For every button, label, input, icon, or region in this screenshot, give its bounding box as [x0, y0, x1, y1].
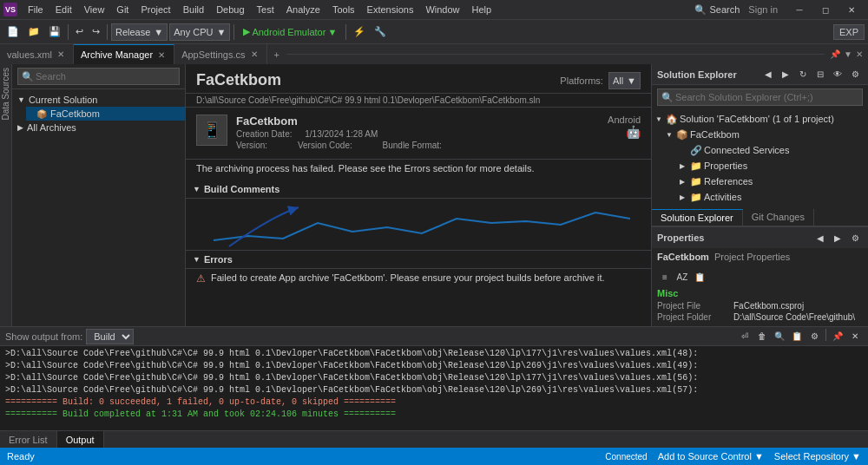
sol-properties[interactable]: ▶ 📁 Properties: [652, 158, 868, 174]
tab-close-appsettings[interactable]: ✕: [249, 49, 260, 59]
sol-collapse-btn[interactable]: ⊟: [812, 67, 828, 82]
menu-project[interactable]: Project: [135, 3, 175, 16]
error-icon: ⚠: [196, 272, 206, 285]
bottom-tab-output[interactable]: Output: [57, 431, 104, 448]
creation-label: Creation Date:: [236, 129, 292, 139]
solution-search[interactable]: 🔍: [657, 88, 863, 106]
sol-project[interactable]: ▼ 📦 FaCetkbom: [652, 127, 868, 142]
cpu-dropdown[interactable]: Any CPU ▼: [169, 23, 230, 41]
menu-edit[interactable]: Edit: [50, 3, 77, 16]
props-key-file: Project File: [657, 301, 727, 311]
error-text: Failed to create App archive 'FaCetkbom'…: [211, 272, 605, 283]
android-label: Android: [608, 115, 641, 125]
sol-show-all-btn[interactable]: 👁: [830, 67, 845, 82]
menu-build[interactable]: Build: [178, 3, 209, 16]
menu-test[interactable]: Test: [252, 3, 279, 16]
tab-add-button[interactable]: +: [267, 46, 286, 63]
sol-act-arrow: ▶: [680, 193, 688, 201]
solution-search-input[interactable]: [675, 92, 858, 102]
chart-area: [186, 199, 651, 251]
tree-all-archives[interactable]: ▶ All Archives: [12, 121, 185, 134]
redo-btn[interactable]: ↪: [89, 24, 103, 39]
sol-refresh-btn[interactable]: ↻: [795, 67, 811, 82]
sol-settings-btn[interactable]: ⚙: [847, 67, 863, 82]
minimize-button[interactable]: ─: [786, 0, 812, 19]
sol-ref-arrow: ▶: [680, 178, 688, 186]
tree-facetkbom[interactable]: 📦 FaCetkbom: [26, 107, 185, 121]
toolbar-icons[interactable]: ⚡: [350, 24, 369, 39]
output-clear-btn[interactable]: 🗑: [754, 329, 770, 344]
add-source-control-btn[interactable]: Add to Source Control ▼: [658, 451, 764, 462]
tree-app-label: FaCetkbom: [50, 108, 100, 119]
right-tabs: Solution Explorer Git Changes: [652, 209, 868, 226]
menu-file[interactable]: File: [23, 3, 49, 16]
menu-tools[interactable]: Tools: [327, 3, 360, 16]
build-comments-header[interactable]: ▼ Build Comments: [186, 180, 651, 199]
tree-arrow-solution: ▼: [17, 95, 25, 104]
menu-view[interactable]: View: [79, 3, 110, 16]
tab-appsettings[interactable]: AppSettings.cs ✕: [174, 44, 266, 65]
menu-extensions[interactable]: Extensions: [362, 3, 419, 16]
open-btn[interactable]: 📁: [24, 24, 43, 39]
tab-dropdown[interactable]: ▼: [844, 49, 852, 59]
errors-header[interactable]: ▼ Errors: [186, 251, 651, 269]
menu-git[interactable]: Git: [111, 3, 134, 16]
archive-meta-creation: Creation Date: 1/13/2024 1:28 AM: [236, 129, 599, 139]
sol-root[interactable]: ▼ 🏠 Solution 'FaCetkbom' (1 of 1 project…: [652, 111, 868, 127]
output-settings-btn[interactable]: ⚙: [806, 329, 822, 344]
save-btn[interactable]: 💾: [45, 24, 64, 39]
menu-help[interactable]: Help: [467, 3, 497, 16]
sol-back-btn[interactable]: ◀: [760, 67, 776, 82]
menu-analyze[interactable]: Analyze: [281, 3, 326, 16]
props-back-btn[interactable]: ◀: [812, 230, 828, 246]
platforms-dropdown[interactable]: All ▼: [608, 72, 641, 89]
tab-pin[interactable]: 📌: [830, 49, 840, 59]
search-bar[interactable]: 🔍 Search: [694, 4, 740, 16]
tab-close-archive[interactable]: ✕: [156, 50, 167, 60]
props-obj-name: FaCetkbom: [657, 252, 709, 262]
undo-btn[interactable]: ↩: [72, 24, 87, 39]
platforms-arrow: ▼: [627, 75, 636, 86]
toolbar-icons2[interactable]: 🔧: [371, 24, 390, 39]
release-dropdown[interactable]: Release ▼: [111, 23, 168, 41]
tree-current-solution[interactable]: ▼ Current Solution: [12, 93, 185, 107]
left-search-input[interactable]: [36, 71, 175, 82]
sign-in[interactable]: Sign in: [748, 4, 778, 15]
output-wrap-btn[interactable]: ⏎: [737, 329, 753, 344]
output-copy-btn[interactable]: 📋: [789, 329, 805, 344]
output-source-dropdown[interactable]: Build: [86, 329, 134, 344]
right-tab-git-changes[interactable]: Git Changes: [743, 209, 814, 226]
sol-references[interactable]: ▶ 📁 References: [652, 174, 868, 189]
tab-close-panel[interactable]: ✕: [856, 49, 863, 59]
menu-window[interactable]: Window: [420, 3, 464, 16]
props-row-folder: Project Folder D:\all\Source Code\Free\g…: [657, 311, 863, 323]
sol-connected-services[interactable]: 🔗 Connected Services: [652, 142, 868, 158]
right-tab-solution-explorer[interactable]: Solution Explorer: [652, 209, 743, 226]
tab-archive-manager[interactable]: Archive Manager ✕: [74, 44, 174, 65]
close-button[interactable]: ✕: [838, 0, 865, 19]
bottom-tab-error-list[interactable]: Error List: [0, 431, 57, 448]
props-az-btn[interactable]: AZ: [674, 269, 690, 285]
output-close-btn[interactable]: ✕: [847, 329, 863, 344]
menu-debug[interactable]: Debug: [211, 3, 249, 16]
props-cat-btn[interactable]: ≡: [657, 269, 673, 285]
run-button[interactable]: ▶ Android Emulator ▼: [238, 24, 342, 39]
props-forward-btn[interactable]: ▶: [830, 230, 845, 246]
props-detail-btn[interactable]: 📋: [692, 269, 707, 285]
platforms-value: All: [613, 75, 623, 86]
exp-button[interactable]: EXP: [833, 24, 865, 40]
tree-sub-solution: 📦 FaCetkbom: [12, 107, 185, 121]
left-panel-tree: ▼ Current Solution 📦 FaCetkbom ▶ All Arc…: [12, 89, 185, 326]
new-project-btn[interactable]: 📄: [3, 24, 23, 39]
select-repository-btn[interactable]: Select Repository ▼: [774, 451, 861, 462]
restore-button[interactable]: ◻: [812, 0, 838, 19]
output-pin-btn[interactable]: 📌: [830, 329, 845, 344]
sol-activities[interactable]: ▶ 📁 Activities: [652, 189, 868, 205]
props-val-file: FaCetkbom.csproj: [733, 301, 863, 311]
left-search-box[interactable]: 🔍: [17, 68, 180, 85]
output-find-btn[interactable]: 🔍: [772, 329, 787, 344]
props-settings-btn[interactable]: ⚙: [847, 230, 863, 246]
sol-forward-btn[interactable]: ▶: [778, 67, 793, 82]
tab-close-values[interactable]: ✕: [56, 49, 66, 59]
tab-values-xml[interactable]: values.xml ✕: [0, 44, 74, 65]
